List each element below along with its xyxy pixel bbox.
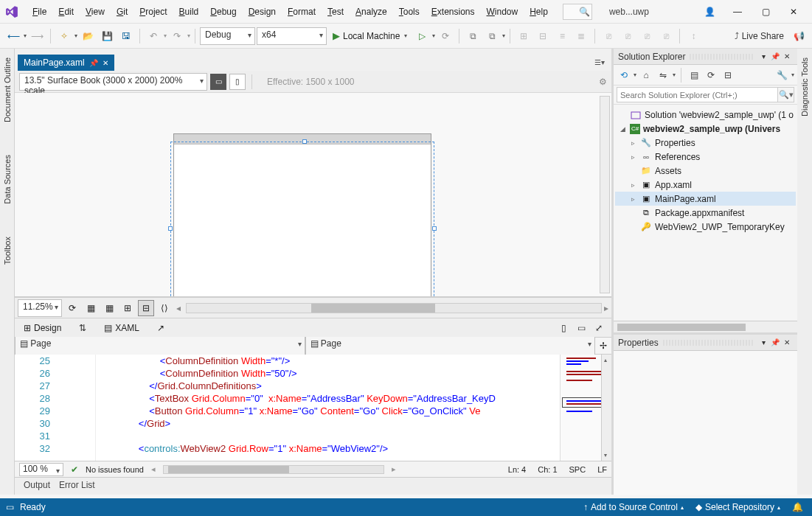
settings-icon[interactable]: ⚙ [599, 77, 607, 87]
design-tab[interactable]: ⊞Design [19, 321, 66, 335]
menu-file[interactable]: File [27, 4, 52, 20]
split-v[interactable]: ▯ [555, 320, 572, 336]
layout-4[interactable]: ⎚ [657, 27, 675, 45]
orientation-portrait-button[interactable]: ▯ [229, 74, 246, 90]
bottab-output[interactable]: Output [24, 480, 50, 492]
code-zoom-combo[interactable]: 100 % [19, 463, 63, 476]
xaml-member-combo[interactable]: ▤ Page [305, 337, 596, 355]
props-menu-icon[interactable]: ▾ [757, 337, 769, 349]
se-home[interactable]: ⌂ [639, 68, 653, 83]
tree-references[interactable]: ▹▫▫References [615, 150, 796, 164]
pin-panel-icon[interactable]: 📌 [769, 51, 781, 63]
designer-hscroll[interactable] [186, 303, 602, 313]
tab-overflow-button[interactable]: ☰▾ [591, 53, 608, 71]
se-back[interactable]: ⟲ [617, 68, 631, 83]
menu-tools[interactable]: Tools [393, 4, 426, 20]
snap-toggle[interactable]: ⊞ [119, 300, 136, 316]
undo-button[interactable]: ↶ [145, 27, 162, 45]
minimap[interactable]: ▴ ▾ [560, 355, 611, 461]
notifications-icon[interactable]: 🔔 [789, 501, 806, 514]
vscrollbar[interactable] [600, 96, 610, 293]
design-canvas[interactable] [15, 93, 611, 297]
se-search-input[interactable] [617, 87, 778, 102]
select-repository-button[interactable]: ◆Select Repository▴ [693, 501, 783, 514]
menu-git[interactable]: Git [111, 4, 133, 20]
file-tab-mainpage[interactable]: MainPage.xaml 📌 ✕ [18, 55, 114, 71]
panel-menu-icon[interactable]: ▾ [757, 51, 769, 63]
indent-label[interactable]: SPC [569, 465, 586, 474]
se-collapse[interactable]: ⊟ [721, 68, 735, 83]
code-hscroll[interactable] [163, 465, 384, 474]
save-button[interactable]: 💾 [98, 27, 116, 45]
back-button[interactable]: ⟵ [4, 27, 22, 45]
zoom-combo[interactable]: 11.25% [18, 299, 62, 317]
menu-format[interactable]: Format [282, 4, 322, 20]
close-button[interactable]: ✕ [780, 1, 808, 22]
start-debug-button[interactable]: ▶Local Machine▾ [328, 29, 412, 43]
platform-combo[interactable]: x64 [257, 27, 327, 45]
tree-webview2_uwp_temporarykey[interactable]: 🔑WebView2_UWP_TemporaryKey [615, 220, 796, 234]
add-source-control-button[interactable]: ↑Add to Source Control▴ [580, 501, 687, 514]
signin-icon[interactable]: 👤 [695, 1, 723, 22]
menu-test[interactable]: Test [322, 4, 350, 20]
grid-2[interactable]: ▦ [101, 300, 117, 316]
forward-button[interactable]: ⟶ [28, 27, 46, 45]
props-pin-icon[interactable]: 📌 [769, 337, 781, 349]
lefttab-document-outline[interactable]: Document Outline [1, 52, 13, 128]
menu-help[interactable]: Help [524, 4, 554, 20]
se-hscroll[interactable] [614, 321, 797, 332]
minimize-button[interactable]: — [723, 1, 752, 22]
menu-analyze[interactable]: Analyze [350, 4, 393, 20]
se-refresh[interactable]: ⟳ [704, 68, 718, 83]
scroll-down-icon[interactable]: ▾ [604, 452, 607, 459]
tree-app-xaml[interactable]: ▹▣App.xaml [615, 178, 796, 192]
code-editor[interactable]: 2526272829303132 <ColumnDefinition Width… [15, 355, 611, 461]
se-filter[interactable]: 🔧 [774, 68, 789, 83]
layout-2[interactable]: ⎚ [619, 27, 636, 45]
refresh-icon[interactable]: ⟳ [64, 300, 80, 316]
feedback-button[interactable]: 📢 [790, 27, 808, 45]
open-button[interactable]: 📂 [79, 27, 97, 45]
menu-extensions[interactable]: Extensions [426, 4, 481, 20]
xaml-tab[interactable]: ▤XAML [100, 321, 144, 335]
hotreload-button[interactable]: ⟳ [437, 27, 454, 45]
bottab-error-list[interactable]: Error List [59, 480, 95, 492]
se-showall[interactable]: ▤ [687, 68, 701, 83]
code-lines[interactable]: <ColumnDefinition Width="*"/> <ColumnDef… [96, 355, 560, 461]
tree-project[interactable]: ◢C#webview2_sample_uwp (Univers [615, 122, 796, 136]
close-tab-icon[interactable]: ✕ [103, 59, 108, 67]
align-1[interactable]: ⊞ [515, 27, 532, 45]
tree-assets[interactable]: 📁Assets [615, 164, 796, 178]
align-4[interactable]: ≣ [572, 27, 590, 45]
split-editor-button[interactable]: ✢ [595, 338, 611, 354]
config-combo[interactable]: Debug [200, 27, 255, 45]
tool-2[interactable]: ⧉ [483, 27, 501, 45]
snap-lines[interactable]: ⊟ [138, 300, 154, 316]
layout-5[interactable]: ↕ [684, 27, 702, 45]
lefttab-data-sources[interactable]: Data Sources [1, 149, 13, 210]
save-all-button[interactable]: 🖫 [117, 27, 135, 45]
tool-1[interactable]: ⧉ [464, 27, 482, 45]
pin-icon[interactable]: 📌 [89, 59, 98, 67]
tree-properties[interactable]: ▹🔧Properties [615, 136, 796, 150]
menu-project[interactable]: Project [133, 4, 173, 20]
menu-debug[interactable]: Debug [204, 4, 242, 20]
expand-pane[interactable]: ⤢ [591, 320, 607, 336]
close-panel-icon[interactable]: ✕ [781, 51, 793, 63]
start-without-debug-button[interactable]: ▷ [413, 27, 431, 45]
se-search-go[interactable]: 🔍▾ [778, 87, 794, 102]
grid-1[interactable]: ▦ [83, 300, 99, 316]
maximize-button[interactable]: ▢ [752, 1, 780, 22]
menu-build[interactable]: Build [173, 4, 205, 20]
device-combo[interactable]: 13.5" Surface Book (3000 x 2000) 200% sc… [19, 73, 207, 91]
solution-tree[interactable]: Solution 'webview2_sample_uwp' (1 o◢C#we… [614, 105, 797, 321]
layout-3[interactable]: ⎚ [638, 27, 656, 45]
eol-label[interactable]: LF [597, 465, 607, 474]
scroll-up-icon[interactable]: ▴ [604, 357, 607, 363]
code-snap[interactable]: ⟨⟩ [156, 300, 173, 316]
tree-package-appxmanifest[interactable]: ⧉Package.appxmanifest [615, 206, 796, 220]
swap-panes-button[interactable]: ⇅ [74, 321, 91, 335]
lefttab-toolbox[interactable]: Toolbox [1, 231, 13, 271]
live-share-button[interactable]: ⤴Live Share [730, 29, 788, 43]
menu-design[interactable]: Design [243, 4, 282, 20]
